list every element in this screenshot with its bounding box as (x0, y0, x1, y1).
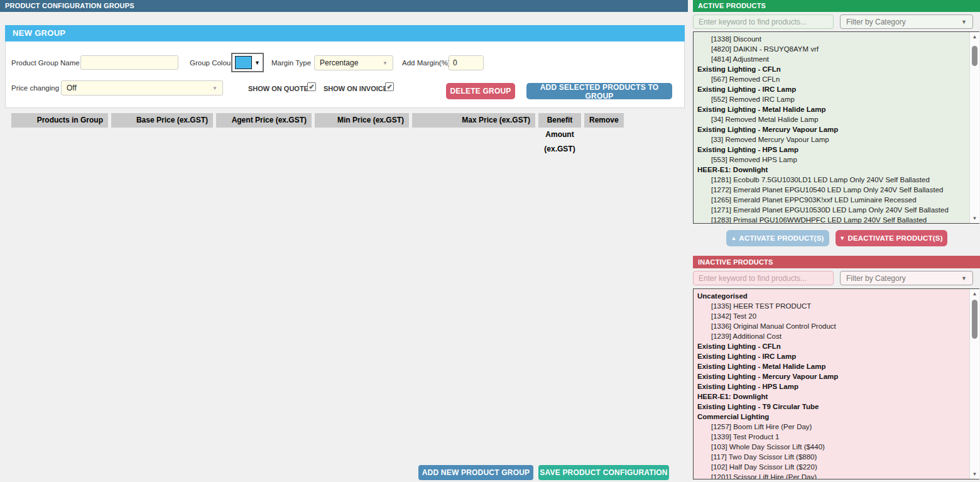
table-header-cell: Max Price (ex.GST) (412, 113, 535, 128)
show-on-quote-label: SHOW ON QUOTE (248, 85, 308, 92)
price-changing-label: Price changing (11, 84, 59, 92)
add-margin-label: Add Margin(%) (402, 59, 450, 67)
list-item[interactable]: [117] Two Day Scissor Lift ($880) (694, 452, 979, 462)
list-item[interactable]: [1257] Boom Lift Hire (Per Day) (694, 422, 979, 432)
inactive-products-list[interactable]: Uncategorised[1335] HEER TEST PRODUCT[13… (693, 288, 979, 479)
save-product-configuration-button[interactable]: SAVE PRODUCT CONFIGURATION (538, 465, 669, 480)
scrollbar-thumb[interactable] (972, 300, 977, 339)
add-selected-products-button[interactable]: ADD SELECTED PRODUCTS TO GROUP (526, 83, 672, 99)
list-item[interactable]: [552] Removed IRC Lamp (694, 94, 979, 104)
list-item[interactable]: [1336] Original Manual Control Product (694, 321, 979, 331)
chevron-down-icon: ▼ (961, 19, 967, 25)
products-table-header: Products in GroupBase Price (ex.GST)Agen… (11, 113, 624, 128)
group-colour-picker[interactable]: ▼ (231, 53, 264, 72)
list-item[interactable]: [1265] Emerald Planet EPPC903K!xxf LED L… (694, 195, 979, 205)
active-list-scrollbar[interactable]: ▲ ▼ (969, 32, 979, 223)
list-item[interactable]: HEER-E1: Downlight (694, 165, 979, 175)
list-item[interactable]: Existing Lighting - IRC Lamp (694, 84, 979, 94)
list-item[interactable]: [1339] Test Product 1 (694, 432, 979, 442)
margin-type-label: Margin Type (271, 59, 311, 67)
chevron-down-icon: ▼ (212, 85, 217, 91)
activate-deactivate-row: ▲ACTIVATE PRODUCT(S) ▼DEACTIVATE PRODUCT… (693, 230, 980, 246)
list-item[interactable]: [1272] Emerald Planet EPGU10540 LED Lamp… (694, 185, 979, 195)
list-item[interactable]: [1283] Primsal PGU106WWDHPFC LED Lamp 24… (694, 215, 979, 224)
list-item[interactable]: Existing Lighting - Mercury Vapour Lamp (694, 371, 979, 381)
list-item[interactable]: Existing Lighting - Metal Halide Lamp (694, 104, 979, 114)
list-item[interactable]: HEER-E1: Downlight (694, 392, 979, 402)
list-item[interactable]: Existing Lighting - Metal Halide Lamp (694, 361, 979, 371)
show-on-invoice-label: SHOW ON INVOICE (324, 85, 388, 92)
margin-type-select[interactable]: Percentage ▼ (314, 55, 393, 70)
list-item[interactable]: [1335] HEER TEST PRODUCT (694, 301, 979, 311)
show-on-invoice-checkbox[interactable] (385, 82, 394, 91)
add-new-product-group-button[interactable]: ADD NEW PRODUCT GROUP (418, 465, 533, 480)
scroll-up-icon[interactable]: ▲ (970, 289, 979, 299)
inactive-products-category-filter[interactable]: Filter by Category ▼ (840, 271, 973, 285)
list-item[interactable]: Uncategorised (694, 291, 979, 301)
list-item[interactable]: [1281] Ecobulb 7.5GU1030LD1 LED Lamp Onl… (694, 175, 979, 185)
table-header-cell: Products in Group (11, 113, 108, 128)
chevron-down-icon: ▼ (254, 60, 260, 66)
price-changing-select[interactable]: Off ▼ (61, 80, 223, 96)
list-item[interactable]: Existing Lighting - IRC Lamp (694, 351, 979, 361)
activate-products-button[interactable]: ▲ACTIVATE PRODUCT(S) (726, 230, 829, 246)
filter-label: Filter by Category (846, 18, 906, 26)
list-item[interactable]: [4814] Adjustment (694, 54, 979, 64)
add-margin-input[interactable] (449, 55, 484, 70)
active-products-search-input[interactable] (693, 14, 834, 29)
chevron-down-icon: ▼ (961, 275, 967, 282)
list-item[interactable]: Commercial Lighting (694, 412, 979, 422)
new-group-header: NEW GROUP (5, 25, 685, 41)
down-triangle-icon: ▼ (839, 235, 845, 241)
product-group-name-input[interactable] (80, 55, 178, 70)
price-changing-value: Off (67, 84, 77, 92)
table-header-cell: Min Price (ex.GST) (315, 113, 409, 128)
chevron-down-icon: ▼ (383, 60, 388, 66)
margin-type-value: Percentage (320, 58, 358, 67)
table-header-cell: Benefit Amount (ex.GST) (538, 113, 581, 128)
activate-button-label: ACTIVATE PRODUCT(S) (739, 234, 824, 242)
show-on-quote-checkbox[interactable] (307, 82, 316, 91)
list-item[interactable]: Existing Lighting - CFLn (694, 64, 979, 74)
deactivate-button-label: DEACTIVATE PRODUCT(S) (847, 234, 942, 242)
list-item[interactable]: [1201] Scissor Lift Hire (Per Day) (694, 472, 979, 479)
list-item[interactable]: Existing Lighting - Mercury Vapour Lamp (694, 124, 979, 134)
list-item[interactable]: Existing Lighting - T9 Circular Tube (694, 402, 979, 412)
list-item[interactable]: [1342] Test 20 (694, 311, 979, 321)
active-products-category-filter[interactable]: Filter by Category ▼ (840, 14, 973, 29)
table-header-cell: Agent Price (ex.GST) (216, 113, 312, 128)
inactive-products-search-input[interactable] (693, 271, 834, 285)
list-item[interactable]: [567] Removed CFLn (694, 74, 979, 84)
table-header-cell: Remove (584, 113, 624, 128)
list-item[interactable]: [34] Removed Metal Halide Lamp (694, 114, 979, 124)
product-group-name-label: Product Group Name (11, 59, 80, 67)
list-item[interactable]: Existing Lighting - CFLn (694, 341, 979, 351)
list-item[interactable]: [1271] Emerald Planet EPGU10530D LED Lam… (694, 205, 979, 215)
active-products-list[interactable]: [1338] Discount[4820] DAIKIN - RSUYQ8AYM… (693, 31, 979, 224)
list-item[interactable]: [103] Whole Day Scissor Lift ($440) (694, 442, 979, 452)
deactivate-products-button[interactable]: ▼DEACTIVATE PRODUCT(S) (836, 230, 947, 246)
delete-group-button[interactable]: DELETE GROUP (446, 83, 515, 99)
scroll-down-icon[interactable]: ▼ (970, 469, 979, 479)
filter-label: Filter by Category (846, 274, 906, 283)
list-item[interactable]: [1239] Additional Cost (694, 331, 979, 341)
list-item[interactable]: [553] Removed HPS Lamp (694, 155, 979, 165)
list-item[interactable]: Existing Lighting - HPS Lamp (694, 381, 979, 392)
active-products-header: ACTIVE PRODUCTS (693, 0, 980, 12)
table-header-cell: Base Price (ex.GST) (111, 113, 213, 128)
inactive-list-scrollbar[interactable]: ▲ ▼ (969, 289, 979, 479)
group-colour-label: Group Colour (190, 59, 233, 67)
page-title: PRODUCT CONFIGURATION GROUPS (0, 0, 688, 12)
scroll-down-icon[interactable]: ▼ (970, 214, 979, 223)
list-item[interactable]: Existing Lighting - HPS Lamp (694, 145, 979, 155)
inactive-products-header: INACTIVE PRODUCTS (693, 256, 980, 268)
up-triangle-icon: ▲ (731, 235, 736, 241)
scroll-up-icon[interactable]: ▲ (970, 32, 979, 41)
list-item[interactable]: [4820] DAIKIN - RSUYQ8AYM vrf (694, 44, 979, 54)
list-item[interactable]: [33] Removed Mercury Vapour Lamp (694, 134, 979, 145)
colour-swatch (235, 56, 252, 69)
scrollbar-thumb[interactable] (972, 46, 977, 66)
list-item[interactable]: [1338] Discount (694, 34, 979, 44)
list-item[interactable]: [102] Half Day Scissor Lift ($220) (694, 462, 979, 472)
